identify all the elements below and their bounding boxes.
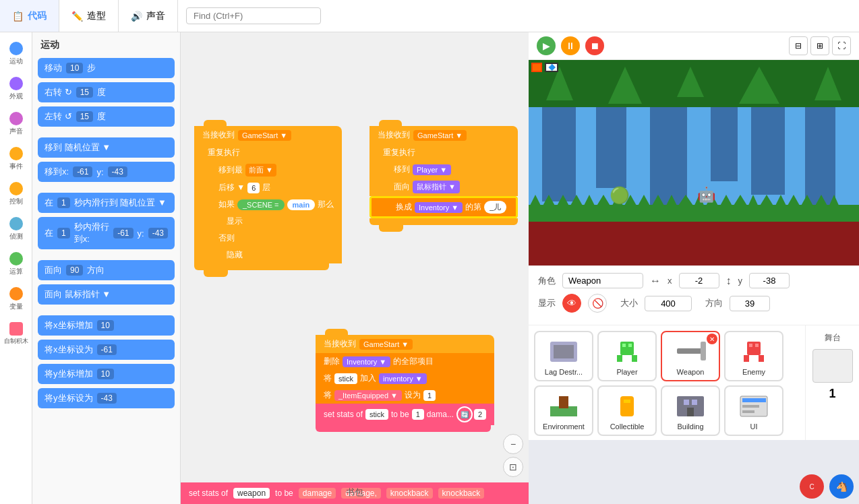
block-glide-random[interactable]: 在 1 秒内滑行到 随机位置 ▼ (38, 193, 175, 213)
svg-rect-15 (559, 396, 568, 408)
sidebar-calc-label: 运算 (9, 267, 23, 276)
sprites-grid: Lag Destr... Player (529, 325, 805, 440)
sidebar-item-event[interactable]: 事件 (1, 143, 31, 175)
sidebar-item-var[interactable]: 变量 (1, 283, 31, 315)
tab-costume[interactable]: ✏️ 造型 (59, 0, 119, 32)
code-icon: 📋 (12, 11, 24, 22)
sprite-label: 角色 (538, 275, 556, 287)
motion-dot (9, 42, 23, 55)
y-input[interactable] (749, 273, 790, 288)
block-set-y-by[interactable]: 将y坐标增加 10 (38, 364, 175, 384)
block-face-mouse[interactable]: 面向 鼠标指针 ▼ (38, 284, 175, 305)
sound-icon: 🔊 (131, 11, 142, 22)
tab-costume-label: 造型 (87, 10, 106, 22)
svg-rect-19 (684, 400, 689, 405)
sidebar-item-looks[interactable]: 外观 (1, 73, 31, 105)
calc-dot (9, 252, 23, 265)
svg-rect-8 (701, 342, 706, 360)
sidebar-var-label: 变量 (9, 302, 23, 311)
block-set-x-by[interactable]: 将x坐标增加 10 (38, 315, 175, 336)
view-split-btn[interactable]: ⊞ (810, 36, 829, 55)
player-sprite: 🟢 (610, 186, 630, 205)
sidebar-sound-label: 声音 (9, 127, 23, 136)
pause-btn[interactable]: ⏸ (561, 36, 580, 55)
search-input[interactable] (186, 7, 321, 24)
block-turn-left[interactable]: 左转 ↺ 15 度 (38, 106, 175, 127)
custom-dot (9, 322, 23, 336)
tab-code[interactable]: 📋 代码 (0, 0, 59, 32)
block-turn-right[interactable]: 右转 ↻ 15 度 (38, 82, 175, 102)
svg-rect-12 (744, 355, 749, 362)
svg-rect-3 (622, 344, 626, 347)
sprite-weapon[interactable]: ✕ Weapon (661, 331, 720, 381)
var-dot (9, 287, 23, 301)
scroll-controls: − ⊡ (503, 434, 523, 477)
svg-rect-13 (759, 355, 764, 362)
svg-rect-7 (677, 348, 704, 354)
size-input[interactable] (645, 296, 692, 311)
csdn-icon: C (800, 474, 824, 499)
svg-rect-25 (742, 410, 754, 413)
looks-dot (9, 77, 23, 90)
tab-sound-label: 声音 (146, 10, 165, 22)
sidebar-item-motion[interactable]: 运动 (1, 38, 31, 70)
svg-rect-16 (620, 396, 634, 416)
detect-dot (9, 217, 23, 230)
player2-sprite: 🤖 (697, 186, 715, 203)
sidebar-detect-label: 侦测 (9, 232, 23, 241)
sprite-player[interactable]: Player (597, 331, 657, 381)
sprite-building[interactable]: Building (661, 385, 720, 436)
stop-btn[interactable]: ⏹ (585, 36, 604, 55)
block-glide-xy[interactable]: 在 1 秒内滑行到x: -61 y: -43 (38, 217, 175, 249)
delete-badge[interactable]: ✕ (707, 334, 717, 344)
show-btn[interactable]: 👁 (562, 294, 581, 313)
properties-panel: 角色 ↔ x ↕ y 显示 👁 🚫 大小 方向 (529, 265, 859, 325)
sound-dot (9, 112, 23, 125)
sprite-enemy[interactable]: Enemy (724, 331, 783, 381)
size-label: 大小 (620, 297, 638, 309)
hud-count: 🔷 (545, 63, 558, 72)
green-flag-btn[interactable]: ▶ (537, 36, 556, 55)
block-move[interactable]: 移动 10 步 (38, 58, 175, 78)
code-canvas[interactable]: 当接收到 GameStart ▼ 重复执行 移到最 前面 ▼ 后移 ▼ 6 层 … (181, 32, 529, 504)
stage-thumb[interactable] (812, 349, 853, 383)
bottom-section: Lag Destr... Player (529, 325, 859, 440)
block-set-y[interactable]: 将y坐标设为 -43 (38, 388, 175, 408)
control-dot (9, 182, 23, 195)
svg-rect-4 (628, 344, 632, 347)
svg-rect-21 (687, 408, 694, 416)
x-input[interactable] (679, 273, 719, 288)
zoom-fit-btn[interactable]: ⊡ (503, 457, 523, 477)
stage-side-panel: 舞台 1 (805, 325, 859, 440)
block-set-x[interactable]: 将x坐标设为 -61 (38, 340, 175, 360)
sprite-env[interactable]: Environment (534, 385, 593, 436)
sidebar-item-control[interactable]: 控制 (1, 178, 31, 210)
sidebar-item-calc[interactable]: 运算 (1, 248, 31, 280)
sprite-name-input[interactable] (562, 273, 643, 288)
svg-rect-10 (749, 344, 752, 347)
hide-btn[interactable]: 🚫 (588, 294, 607, 313)
block-group-1: 当接收到 GameStart ▼ 重复执行 移到最 前面 ▼ 后移 ▼ 6 层 … (194, 120, 342, 277)
stage-top-bar: ▶ ⏸ ⏹ ⊟ ⊞ ⛶ (529, 32, 859, 60)
svg-rect-6 (632, 355, 637, 362)
sprite-lag[interactable]: Lag Destr... (534, 331, 593, 381)
sprite-collectible[interactable]: Collectible (597, 385, 657, 436)
view-normal-btn[interactable]: ⊟ (789, 36, 808, 55)
block-goto-random[interactable]: 移到 随机位置 ▼ (38, 137, 175, 158)
view-full-btn[interactable]: ⛶ (832, 36, 851, 55)
sidebar-item-custom[interactable]: 自制积木 (1, 318, 31, 350)
dir-input[interactable] (730, 296, 770, 311)
block-panel: 运动 移动 10 步 右转 ↻ 15 度 左转 ↺ 15 度 移到 随机位置 ▼… (32, 32, 181, 504)
zoom-out-btn[interactable]: − (503, 434, 523, 454)
sidebar-looks-label: 外观 (9, 92, 23, 101)
sprite-ui[interactable]: UI (724, 385, 783, 436)
block-face-dir[interactable]: 面向 90 方向 (38, 260, 175, 280)
tab-sound[interactable]: 🔊 声音 (119, 0, 178, 32)
svg-rect-20 (692, 400, 697, 405)
stage-panel-title: 舞台 (825, 332, 841, 344)
block-goto-xy[interactable]: 移到x: -61 y: -43 (38, 162, 175, 182)
svg-rect-5 (617, 355, 622, 362)
sidebar-item-detect[interactable]: 侦测 (1, 213, 31, 245)
svg-rect-24 (742, 405, 759, 408)
sidebar-item-sound[interactable]: 声音 (1, 108, 31, 140)
